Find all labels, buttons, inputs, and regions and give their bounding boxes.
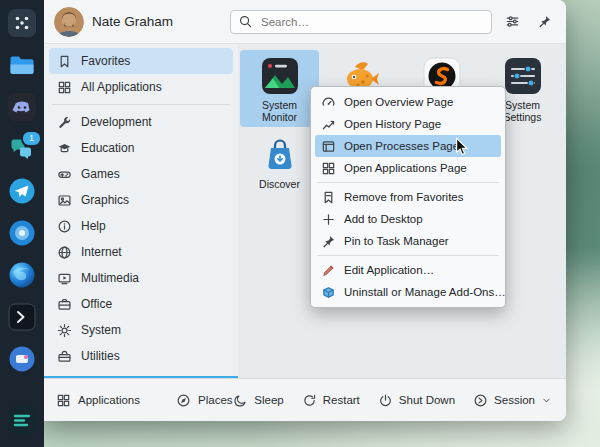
sidebar-item-system[interactable]: System <box>49 317 233 343</box>
menu-item-pin-to-task-manager[interactable]: Pin to Task Manager <box>315 230 501 252</box>
menu-item-remove-from-favorites[interactable]: Remove from Favorites <box>315 186 501 208</box>
user-name: Nate Graham <box>92 14 173 29</box>
sidebar-item-multimedia[interactable]: Multimedia <box>49 265 233 291</box>
sidebar-item-label: Multimedia <box>81 271 139 285</box>
sidebar-item-graphics[interactable]: Graphics <box>49 187 233 213</box>
user-avatar[interactable] <box>54 7 84 37</box>
bookmark-minus-icon <box>321 190 336 205</box>
taskbar-terminal-button[interactable] <box>7 302 37 332</box>
plus-icon <box>321 212 336 227</box>
shut-down-button[interactable]: Shut Down <box>378 393 455 408</box>
sidebar-item-label: Help <box>81 219 106 233</box>
sort-configure-button[interactable] <box>500 10 524 34</box>
pin-icon <box>321 234 336 249</box>
session-icon <box>473 393 488 408</box>
search-icon <box>238 14 253 29</box>
folder-icon <box>8 51 36 79</box>
sidebar-item-label: Utilities <box>81 349 120 363</box>
menu-item-uninstall-or-manage-addons[interactable]: Uninstall or Manage Add-Ons… <box>315 281 501 303</box>
telegram-icon <box>8 177 36 205</box>
power-icon <box>378 393 393 408</box>
processes-icon <box>321 139 336 154</box>
grid-icon <box>321 161 336 176</box>
grid-icon <box>57 80 72 95</box>
menu-item-label: Uninstall or Manage Add-Ons… <box>344 286 506 298</box>
pin-window-button[interactable] <box>532 10 556 34</box>
taskbar-contacts-button[interactable] <box>7 218 37 248</box>
sidebar-item-utilities[interactable]: Utilities <box>49 343 233 369</box>
wrench-icon <box>57 115 72 130</box>
terminal-icon <box>8 303 36 331</box>
discord-icon <box>8 93 36 121</box>
taskbar-app-launcher-button[interactable] <box>7 8 37 38</box>
menu-item-open-applications-page[interactable]: Open Applications Page <box>315 157 501 179</box>
pin-icon <box>537 14 552 29</box>
blue-round-app-icon <box>8 219 36 247</box>
sidebar-item-label: Office <box>81 297 112 311</box>
category-sidebar: Favorites All Applications Development E… <box>44 44 238 378</box>
sidebar-item-help[interactable]: Help <box>49 213 233 239</box>
taskbar-file-manager-button[interactable] <box>7 50 37 80</box>
gauge-icon <box>321 95 336 110</box>
footer-tab-places[interactable]: Places <box>176 393 233 408</box>
sidebar-item-label: Favorites <box>81 54 130 68</box>
globe-icon <box>57 245 72 260</box>
menu-item-open-history-page[interactable]: Open History Page <box>315 113 501 135</box>
desktop: 1 Nate Graham <box>0 0 600 447</box>
briefcase-icon <box>57 297 72 312</box>
image-icon <box>57 193 72 208</box>
sidebar-item-office[interactable]: Office <box>49 291 233 317</box>
action-label: Restart <box>323 394 360 406</box>
active-tab-indicator <box>44 376 238 378</box>
sidebar-item-education[interactable]: Education <box>49 135 233 161</box>
sidebar-item-label: Education <box>81 141 134 155</box>
search-input[interactable] <box>259 15 484 29</box>
taskbar-remote-app-button[interactable] <box>7 344 37 374</box>
sleep-button[interactable]: Sleep <box>233 393 283 408</box>
menu-item-open-overview-page[interactable]: Open Overview Page <box>315 91 501 113</box>
app-tile-label: Discover <box>259 178 300 190</box>
session-actions: Sleep Restart Shut Down Session <box>233 393 552 408</box>
sidebar-item-label: Graphics <box>81 193 129 207</box>
taskbar-media-app-button[interactable] <box>7 405 37 435</box>
discover-icon <box>260 135 300 175</box>
restart-button[interactable]: Restart <box>302 393 360 408</box>
action-label: Shut Down <box>399 394 455 406</box>
menu-item-label: Add to Desktop <box>344 213 423 225</box>
menu-item-add-to-desktop[interactable]: Add to Desktop <box>315 208 501 230</box>
taskbar-messages-button[interactable]: 1 <box>7 134 37 164</box>
action-label: Sleep <box>254 394 283 406</box>
footer-tab-label: Places <box>198 394 233 406</box>
footer-tab-applications[interactable]: Applications <box>56 393 140 408</box>
app-tile-system-monitor[interactable]: System Monitor <box>240 50 319 127</box>
taskbar-browser-button[interactable] <box>7 260 37 290</box>
sidebar-item-label: All Applications <box>81 80 162 94</box>
launcher-header: Nate Graham <box>44 0 566 44</box>
restart-icon <box>302 393 317 408</box>
toolbox-icon <box>57 349 72 364</box>
media-app-icon <box>8 406 36 434</box>
sidebar-item-label: System <box>81 323 121 337</box>
menu-item-open-processes-page[interactable]: Open Processes Page <box>315 135 501 157</box>
sidebar-item-favorites[interactable]: Favorites <box>49 48 233 74</box>
sidebar-item-development[interactable]: Development <box>49 109 233 135</box>
launcher-footer: Applications Places Sleep Restart Shut D… <box>44 378 566 421</box>
menu-item-label: Open Applications Page <box>344 162 467 174</box>
moon-icon <box>233 393 248 408</box>
session-button[interactable]: Session <box>473 393 552 408</box>
app-launcher-icon <box>8 9 36 37</box>
search-box[interactable] <box>230 10 492 34</box>
system-settings-icon <box>503 56 543 96</box>
sidebar-item-internet[interactable]: Internet <box>49 239 233 265</box>
app-tile-discover[interactable]: Discover <box>240 129 319 206</box>
sidebar-item-all-applications[interactable]: All Applications <box>49 74 233 100</box>
menu-separator <box>317 255 499 256</box>
taskbar: 1 <box>0 0 44 447</box>
menu-separator <box>317 182 499 183</box>
taskbar-telegram-button[interactable] <box>7 176 37 206</box>
chart-icon <box>321 117 336 132</box>
sort-configure-icon <box>505 14 520 29</box>
taskbar-discord-button[interactable] <box>7 92 37 122</box>
menu-item-edit-application[interactable]: Edit Application… <box>315 259 501 281</box>
sidebar-item-games[interactable]: Games <box>49 161 233 187</box>
